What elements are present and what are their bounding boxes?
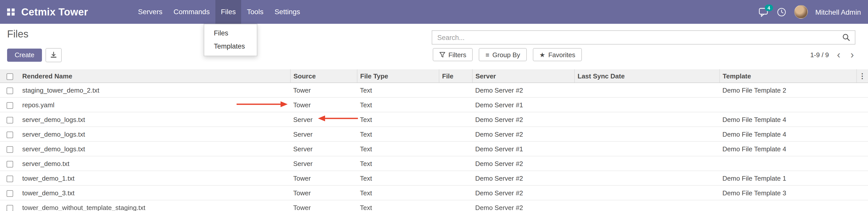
- dropdown-item-templates[interactable]: Templates: [204, 40, 257, 53]
- favorites-button[interactable]: ★ Favorites: [533, 48, 582, 61]
- row-checkbox[interactable]: [6, 102, 13, 109]
- activities-icon[interactable]: [776, 7, 786, 17]
- cell-last-sync[interactable]: [574, 97, 719, 112]
- chevron-right-icon[interactable]: ›: [850, 48, 854, 61]
- table-row[interactable]: server_demo_logs.txtServerTextDemo Serve…: [0, 127, 868, 142]
- apps-grid-icon[interactable]: [7, 8, 14, 16]
- cell-last-sync[interactable]: [574, 185, 719, 200]
- messages-icon[interactable]: 4: [757, 6, 769, 18]
- column-header-last-sync-date[interactable]: Last Sync Date: [574, 69, 719, 83]
- cell-server[interactable]: Demo Server #1: [472, 97, 574, 112]
- cell-file[interactable]: [439, 112, 472, 127]
- cell-server[interactable]: Demo Server #2: [472, 171, 574, 185]
- cell-source[interactable]: Tower: [290, 171, 357, 185]
- menu-tools[interactable]: Tools: [241, 0, 269, 24]
- menu-servers[interactable]: Servers: [132, 0, 168, 24]
- cell-name[interactable]: staging_tower_demo_2.txt: [19, 83, 290, 97]
- cell-name[interactable]: tower_demo_without_template_staging.txt: [19, 200, 290, 211]
- cell-server[interactable]: Demo Server #2: [472, 83, 574, 97]
- app-brand[interactable]: Cetmix Tower: [21, 6, 88, 18]
- cell-name[interactable]: server_demo_logs.txt: [19, 127, 290, 142]
- cell-file-type[interactable]: Text: [357, 127, 439, 142]
- cell-file[interactable]: [439, 142, 472, 156]
- menu-files[interactable]: Files: [215, 0, 241, 24]
- column-header-rendered-name[interactable]: Rendered Name: [19, 69, 290, 83]
- cell-last-sync[interactable]: [574, 200, 719, 211]
- column-header-template[interactable]: Template: [719, 69, 856, 83]
- menu-settings[interactable]: Settings: [269, 0, 306, 24]
- table-row[interactable]: server_demo_logs.txtServerTextDemo Serve…: [0, 142, 868, 156]
- filters-button[interactable]: Filters: [433, 48, 473, 61]
- cell-last-sync[interactable]: [574, 156, 719, 171]
- cell-file[interactable]: [439, 127, 472, 142]
- export-button[interactable]: [45, 48, 62, 62]
- row-checkbox[interactable]: [6, 87, 13, 94]
- cell-source[interactable]: Tower: [290, 83, 357, 97]
- cell-file-type[interactable]: Text: [357, 171, 439, 185]
- table-row[interactable]: tower_demo_3.txtTowerTextDemo Server #2D…: [0, 185, 868, 200]
- cell-template[interactable]: [719, 97, 856, 112]
- cell-server[interactable]: Demo Server #2: [472, 200, 574, 211]
- create-button[interactable]: Create: [7, 49, 42, 62]
- column-header-file-type[interactable]: File Type: [357, 69, 439, 83]
- cell-template[interactable]: [719, 200, 856, 211]
- magnifier-icon[interactable]: [842, 33, 850, 41]
- select-all-checkbox[interactable]: [6, 73, 13, 80]
- cell-file[interactable]: [439, 185, 472, 200]
- table-row[interactable]: tower_demo_1.txtTowerTextDemo Server #2D…: [0, 171, 868, 185]
- cell-server[interactable]: Demo Server #2: [472, 112, 574, 127]
- cell-source[interactable]: Tower: [290, 185, 357, 200]
- column-header-file[interactable]: File: [439, 69, 472, 83]
- cell-template[interactable]: [719, 156, 856, 171]
- cell-name[interactable]: repos.yaml: [19, 97, 290, 112]
- cell-template[interactable]: Demo File Template 4: [719, 142, 856, 156]
- cell-source[interactable]: Server: [290, 156, 357, 171]
- cell-file-type[interactable]: Text: [357, 142, 439, 156]
- cell-template[interactable]: Demo File Template 1: [719, 171, 856, 185]
- row-checkbox[interactable]: [6, 205, 13, 211]
- cell-file-type[interactable]: Text: [357, 83, 439, 97]
- cell-last-sync[interactable]: [574, 142, 719, 156]
- cell-file[interactable]: [439, 171, 472, 185]
- cell-last-sync[interactable]: [574, 83, 719, 97]
- cell-source[interactable]: Tower: [290, 200, 357, 211]
- cell-template[interactable]: Demo File Template 2: [719, 83, 856, 97]
- row-checkbox[interactable]: [6, 190, 13, 197]
- cell-server[interactable]: Demo Server #1: [472, 142, 574, 156]
- row-checkbox[interactable]: [6, 161, 13, 167]
- cell-file[interactable]: [439, 156, 472, 171]
- cell-last-sync[interactable]: [574, 171, 719, 185]
- table-row[interactable]: staging_tower_demo_2.txtTowerTextDemo Se…: [0, 83, 868, 97]
- chevron-left-icon[interactable]: ‹: [837, 48, 840, 61]
- cell-server[interactable]: Demo Server #2: [472, 127, 574, 142]
- row-checkbox[interactable]: [6, 131, 13, 138]
- table-row[interactable]: server_demo_logs.txtServerTextDemo Serve…: [0, 112, 868, 127]
- row-checkbox[interactable]: [6, 117, 13, 123]
- column-header-server[interactable]: Server: [472, 69, 574, 83]
- cell-file-type[interactable]: Text: [357, 97, 439, 112]
- search-input[interactable]: [432, 31, 842, 44]
- cell-template[interactable]: Demo File Template 4: [719, 112, 856, 127]
- row-checkbox[interactable]: [6, 175, 13, 182]
- cell-file-type[interactable]: Text: [357, 185, 439, 200]
- cell-source[interactable]: Tower: [290, 97, 357, 112]
- column-header-source[interactable]: Source: [290, 69, 357, 83]
- cell-name[interactable]: tower_demo_3.txt: [19, 185, 290, 200]
- cell-server[interactable]: Demo Server #2: [472, 156, 574, 171]
- pager-range[interactable]: 1-9 / 9: [810, 51, 829, 58]
- cell-file[interactable]: [439, 83, 472, 97]
- cell-last-sync[interactable]: [574, 112, 719, 127]
- cell-source[interactable]: Server: [290, 112, 357, 127]
- cell-server[interactable]: Demo Server #2: [472, 185, 574, 200]
- cell-name[interactable]: server_demo_logs.txt: [19, 142, 290, 156]
- cell-name[interactable]: server_demo_logs.txt: [19, 112, 290, 127]
- cell-source[interactable]: Server: [290, 127, 357, 142]
- cell-template[interactable]: Demo File Template 3: [719, 185, 856, 200]
- cell-file-type[interactable]: Text: [357, 200, 439, 211]
- cell-name[interactable]: tower_demo_1.txt: [19, 171, 290, 185]
- table-row[interactable]: repos.yamlTowerTextDemo Server #1: [0, 97, 868, 112]
- cell-file-type[interactable]: Text: [357, 156, 439, 171]
- row-checkbox[interactable]: [6, 146, 13, 153]
- cell-last-sync[interactable]: [574, 127, 719, 142]
- user-menu[interactable]: Mitchell Admin: [815, 8, 861, 16]
